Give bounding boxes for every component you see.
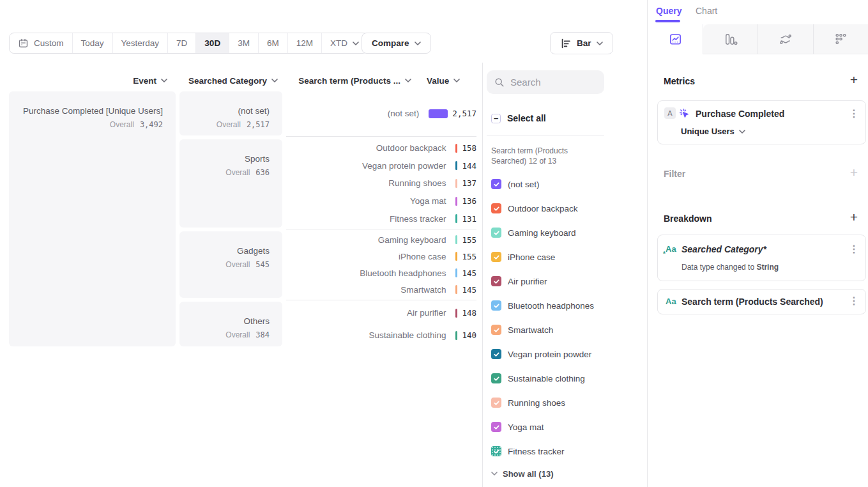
- metric-card[interactable]: A Purchase Completed ⋮ Unique Users: [657, 100, 866, 144]
- checkbox[interactable]: [491, 422, 501, 432]
- checkbox[interactable]: [491, 325, 501, 335]
- date-range-6m[interactable]: 6M: [258, 33, 287, 53]
- legend-item[interactable]: Fitness tracker: [487, 439, 643, 463]
- date-range-custom[interactable]: Custom: [10, 33, 72, 53]
- custom-property-star-icon: *: [663, 251, 666, 258]
- value-bar: [455, 268, 457, 277]
- checkbox[interactable]: [491, 446, 501, 456]
- table-row[interactable]: Outdoor backpack 158: [286, 142, 476, 155]
- date-range-today[interactable]: Today: [72, 33, 112, 53]
- check-icon: [493, 424, 500, 431]
- table-row[interactable]: (not set) 2,517: [286, 107, 476, 120]
- check-icon: [493, 351, 500, 358]
- search-input[interactable]: [510, 77, 593, 88]
- search-term-label: Outdoor backpack: [286, 143, 455, 153]
- legend-item[interactable]: Air purifier: [487, 269, 643, 293]
- legend-item[interactable]: Vegan protein powder: [487, 342, 643, 366]
- event-cursor-icon: [679, 108, 690, 119]
- value-number: 145: [462, 285, 476, 295]
- check-icon: [493, 205, 500, 212]
- category-name: Sports: [179, 154, 270, 164]
- legend-item[interactable]: Bluetooth headphones: [487, 293, 643, 318]
- legend-item[interactable]: Outdoor backpack: [487, 196, 643, 220]
- funnels-icon: [723, 32, 738, 47]
- event-overall: Overall3,492: [9, 120, 163, 129]
- breakdown-card[interactable]: Aa Search term (Products Searched) ⋮: [657, 289, 866, 314]
- show-all-button[interactable]: Show all (13): [491, 468, 553, 479]
- value-bar: [455, 285, 457, 294]
- date-range-30d[interactable]: 30D: [195, 33, 229, 53]
- select-all-row[interactable]: – Select all: [487, 112, 546, 124]
- legend-item[interactable]: iPhone case: [487, 245, 643, 269]
- value-number: 155: [462, 235, 476, 245]
- column-header-searched-category[interactable]: Searched Category: [179, 75, 278, 86]
- checkbox[interactable]: [491, 228, 501, 238]
- legend-item[interactable]: (not set): [487, 172, 643, 196]
- table-row[interactable]: iPhone case 155: [286, 250, 476, 263]
- category-cell: Others Overall384: [179, 302, 282, 346]
- legend-item[interactable]: Sustainable clothing: [487, 366, 643, 390]
- insights-icon: [668, 32, 683, 47]
- add-breakdown-button[interactable]: +: [850, 210, 858, 224]
- add-metric-button[interactable]: +: [850, 73, 858, 86]
- check-icon: [493, 229, 500, 236]
- legend-item[interactable]: Yoga mat: [487, 415, 643, 439]
- table-row[interactable]: Air purifier 148: [286, 307, 476, 320]
- tab-retention[interactable]: [813, 24, 868, 54]
- panel-divider: [482, 63, 483, 487]
- table-row[interactable]: Sustainable clothing 140: [286, 329, 476, 342]
- chevron-down-icon: [597, 42, 603, 45]
- check-icon: [493, 278, 500, 285]
- table-row[interactable]: Bluetooth headphones 145: [286, 267, 476, 279]
- legend-item[interactable]: Gaming keyboard: [487, 220, 643, 245]
- select-all-checkbox[interactable]: –: [491, 114, 501, 123]
- aggregation-dropdown[interactable]: Unique Users: [681, 127, 745, 136]
- table-row[interactable]: Fitness tracker 131: [286, 212, 476, 225]
- category-name: (not set): [179, 106, 270, 116]
- table-row[interactable]: Smartwatch 145: [286, 283, 476, 296]
- date-range-12m[interactable]: 12M: [287, 33, 321, 53]
- filter-heading: Filter: [664, 169, 685, 179]
- date-range-yesterday[interactable]: Yesterday: [112, 33, 168, 53]
- value-bar: [455, 179, 457, 188]
- tab-query[interactable]: Query: [656, 6, 681, 16]
- table-row[interactable]: Gaming keyboard 155: [286, 233, 476, 246]
- table-row[interactable]: Running shoes 137: [286, 177, 476, 190]
- checkbox[interactable]: [491, 349, 501, 359]
- chevron-down-icon: [739, 130, 745, 134]
- legend-item[interactable]: Smartwatch: [487, 318, 643, 342]
- checkbox[interactable]: [491, 179, 501, 189]
- checkbox[interactable]: [491, 276, 501, 286]
- checkbox[interactable]: [491, 398, 501, 408]
- checkbox[interactable]: [491, 300, 501, 311]
- column-header-search-term[interactable]: Search term (Products ...: [286, 75, 411, 86]
- date-range-xtd[interactable]: XTD: [321, 33, 367, 53]
- column-header-event[interactable]: Event: [9, 75, 167, 86]
- column-header-value[interactable]: Value: [427, 75, 471, 86]
- search-term-group: Outdoor backpack 158 Vegan protein powde…: [286, 139, 476, 228]
- kebab-menu-icon[interactable]: ⋮: [849, 296, 859, 306]
- date-range-7d[interactable]: 7D: [167, 33, 195, 53]
- value-bar: [455, 144, 457, 153]
- text-property-icon: Aa: [666, 297, 678, 308]
- date-range-3m[interactable]: 3M: [229, 33, 258, 53]
- checkbox[interactable]: [491, 373, 501, 383]
- calendar-icon: [18, 38, 29, 49]
- breakdown-card[interactable]: Aa * Searched Category* ⋮ Data type chan…: [657, 235, 866, 281]
- search-term-label: iPhone case: [286, 252, 455, 261]
- checkbox[interactable]: [491, 252, 501, 262]
- tab-funnels[interactable]: [703, 24, 758, 54]
- table-row[interactable]: Yoga mat 136: [286, 195, 476, 208]
- checkbox[interactable]: [491, 203, 501, 213]
- value-number: 2,517: [452, 109, 476, 118]
- kebab-menu-icon[interactable]: ⋮: [849, 109, 859, 119]
- compare-button[interactable]: Compare: [362, 33, 431, 54]
- add-filter-button[interactable]: +: [850, 166, 858, 179]
- tab-flows[interactable]: [758, 24, 812, 54]
- legend-item[interactable]: Running shoes: [487, 390, 643, 415]
- tab-insights[interactable]: [648, 24, 703, 54]
- chart-type-button[interactable]: Bar: [550, 32, 613, 54]
- tab-chart[interactable]: Chart: [696, 6, 717, 16]
- kebab-menu-icon[interactable]: ⋮: [849, 244, 859, 254]
- table-row[interactable]: Vegan protein powder 144: [286, 159, 476, 172]
